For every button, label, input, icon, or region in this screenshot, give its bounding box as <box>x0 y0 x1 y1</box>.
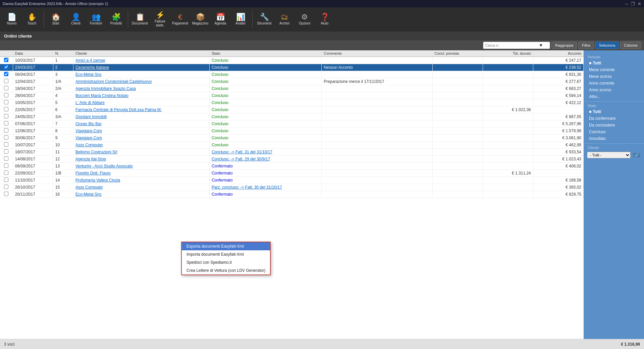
search-input[interactable] <box>485 43 539 47</box>
row-client[interactable]: Giordani Immobili <box>73 113 209 120</box>
row-checkbox-cell[interactable] <box>0 170 13 177</box>
col-cliente[interactable]: Cliente <box>73 50 209 57</box>
sidebar-item-tutti-stato[interactable]: ■ Tutti <box>584 108 644 115</box>
row-checkbox[interactable] <box>4 192 8 196</box>
cliente-select[interactable]: - Tutti - <box>587 152 631 158</box>
client-link[interactable]: Ceramiche Italiane <box>75 65 109 70</box>
sidebar-item-anno-scorso[interactable]: Anno scorso <box>584 87 644 93</box>
col-concl[interactable]: Concl. prevista <box>432 50 483 57</box>
row-checkbox-cell[interactable] <box>0 85 13 92</box>
col-stato[interactable]: Stato <box>209 50 321 57</box>
toolbar-btn-aiuto[interactable]: ❓Aiuto <box>315 9 334 30</box>
table-row[interactable]: 18/04/2017 2/A Agenzia Immobiliare Spazi… <box>0 85 584 92</box>
row-checkbox[interactable] <box>4 178 8 182</box>
row-checkbox[interactable] <box>4 170 8 175</box>
toolbar-btn-nuovo[interactable]: 📄Nuovo <box>2 9 21 30</box>
stato-link[interactable]: Concluso: -> Fatt. 31 del 31/10/17 <box>212 150 272 154</box>
row-checkbox-cell[interactable] <box>0 106 13 113</box>
col-num[interactable]: N. <box>53 50 73 57</box>
table-row[interactable]: 20/11/2017 16 Eco-Metal Snc Confermato €… <box>0 191 584 198</box>
client-link[interactable]: Agenzia Ital-Stop <box>75 157 106 161</box>
col-acconto[interactable]: Acconto <box>533 50 583 57</box>
client-link[interactable]: Farmacia Centrale di Perugia Dott.ssa Pa… <box>75 107 162 112</box>
row-client[interactable]: Eco-Metal Snc <box>73 71 209 78</box>
row-checkbox-cell[interactable] <box>0 156 13 163</box>
row-checkbox-cell[interactable] <box>0 149 13 156</box>
toolbar-btn-opzioni[interactable]: ⚙Opzioni <box>295 9 314 30</box>
cliente-link-button[interactable]: 🔗 <box>633 152 641 158</box>
row-checkbox[interactable] <box>4 185 8 189</box>
row-checkbox-cell[interactable] <box>0 64 13 71</box>
table-row[interactable]: 22/09/2017 1/B Fioretto Dott. Flavio Con… <box>0 170 584 177</box>
sidebar-item-mese-corrente[interactable]: Mese corrente <box>584 66 644 73</box>
toolbar-btn-fatture[interactable]: ⚡Fatture elettr. <box>150 9 170 30</box>
row-checkbox[interactable] <box>4 65 8 69</box>
context-menu-item[interactable]: Importa documenti Easyfatt-Xml <box>182 250 270 258</box>
row-client[interactable]: Farmacia Centrale di Perugia Dott.ssa Pa… <box>73 106 209 113</box>
client-link[interactable]: Bellomo Costruzioni Srl <box>75 150 117 154</box>
col-tot[interactable]: Tot. dovuto <box>483 50 533 57</box>
client-link[interactable]: Viaggiare.Com <box>75 136 102 140</box>
row-checkbox-cell[interactable] <box>0 184 13 191</box>
stato-link[interactable]: Concluso: -> Fatt. 29 del 30/9/17 <box>212 157 270 161</box>
row-client[interactable]: Amici a 4 zampe <box>73 57 209 64</box>
row-client[interactable]: Ocean Blu Bar <box>73 120 209 128</box>
client-link[interactable]: Boccieri Maria Cristina Notaio <box>75 93 128 98</box>
table-row[interactable]: 14/08/2017 12 Agenzia Ital-Stop Concluso… <box>0 156 584 163</box>
sidebar-item-mese-scorso[interactable]: Mese scorso <box>584 73 644 80</box>
row-checkbox[interactable] <box>4 156 8 161</box>
toolbar-btn-archivi[interactable]: 🗂Archivi <box>275 9 294 30</box>
row-client[interactable]: Agenzia Immobiliare Spazio Casa <box>73 85 209 92</box>
row-checkbox[interactable] <box>4 163 8 168</box>
table-row[interactable]: 23/03/2017 2 Ceramiche Italiane Concluso… <box>0 64 584 71</box>
table-row[interactable]: 22/05/2017 6 Farmacia Centrale di Perugi… <box>0 106 584 113</box>
toolbar-btn-prodotti[interactable]: 🧩Prodotti <box>106 9 126 30</box>
table-scroll[interactable]: Data N. Cliente Stato Commento Concl. pr… <box>0 50 584 339</box>
row-client[interactable]: Asss Computer <box>73 142 209 149</box>
search-box[interactable]: ▼ <box>483 42 550 49</box>
row-client[interactable]: Asss Computer <box>73 184 209 191</box>
restore-button[interactable]: ❐ <box>631 1 635 6</box>
row-checkbox-cell[interactable] <box>0 135 13 142</box>
client-link[interactable]: Amministrazioni Condominiali Castelnuovo <box>75 79 152 84</box>
col-commento[interactable]: Commento <box>322 50 432 57</box>
row-client[interactable]: L' Arte di Abitare <box>73 99 209 106</box>
colonne-button[interactable]: Colonne <box>620 42 641 49</box>
table-row[interactable]: 12/06/2017 8 Viaggiare.Com Concluso € 1.… <box>0 128 584 135</box>
client-link[interactable]: Asss Computer <box>75 143 103 147</box>
row-checkbox-cell[interactable] <box>0 191 13 198</box>
toolbar-btn-fornitori[interactable]: 👥Fornitori <box>86 9 106 30</box>
col-data[interactable]: Data <box>13 50 53 57</box>
row-client[interactable]: Venturini - Arcò Studio Assocato <box>73 163 209 170</box>
row-client[interactable]: Boccieri Maria Cristina Notaio <box>73 92 209 99</box>
toolbar-btn-start[interactable]: 🏠Start <box>46 9 65 30</box>
table-row[interactable]: 10/05/2017 5 L' Arte di Abitare Concluso… <box>0 99 584 106</box>
toolbar-btn-magazzino[interactable]: 📦Magazzino <box>191 9 210 30</box>
table-row[interactable]: 07/06/2017 7 Ocean Blu Bar Concluso € 5.… <box>0 120 584 128</box>
table-row[interactable]: 06/04/2017 3 Eco-Metal Snc Concluso € 83… <box>0 71 584 78</box>
row-client[interactable]: Viaggiare.Com <box>73 128 209 135</box>
client-link[interactable]: Ocean Blu Bar <box>75 121 102 126</box>
raggruppa-button[interactable]: Raggruppa <box>551 42 577 49</box>
sidebar-item-annullato[interactable]: Annullato <box>584 135 644 142</box>
toolbar-btn-analisi[interactable]: 📊Analisi <box>231 9 250 30</box>
client-link[interactable]: Viaggiare.Com <box>75 129 102 133</box>
client-link[interactable]: Eco-Metal Snc <box>75 72 102 77</box>
client-link[interactable]: Agenzia Immobiliare Spazio Casa <box>75 86 136 91</box>
context-menu-item[interactable]: Spedisci con Spediamo.it <box>182 258 270 266</box>
sidebar-item-da-confermare[interactable]: Da confermare <box>584 115 644 122</box>
row-client[interactable]: Eco-Metal Snc <box>73 191 209 198</box>
row-checkbox-cell[interactable] <box>0 163 13 170</box>
client-link[interactable]: Profumeria Vallesi Cinzia <box>75 178 120 183</box>
toolbar-btn-documenti[interactable]: 📋Documenti <box>130 9 150 30</box>
row-checkbox[interactable] <box>4 149 8 154</box>
client-link[interactable]: Amici a 4 zampe <box>75 58 105 63</box>
close-button[interactable]: ✕ <box>638 1 641 6</box>
client-link[interactable]: L' Arte di Abitare <box>75 100 105 105</box>
row-checkbox-cell[interactable] <box>0 142 13 149</box>
row-checkbox[interactable] <box>4 107 8 111</box>
sidebar-item-concluso[interactable]: Concluso <box>584 129 644 135</box>
row-checkbox[interactable] <box>4 142 8 147</box>
row-checkbox-cell[interactable] <box>0 78 13 85</box>
row-checkbox[interactable] <box>4 100 8 104</box>
